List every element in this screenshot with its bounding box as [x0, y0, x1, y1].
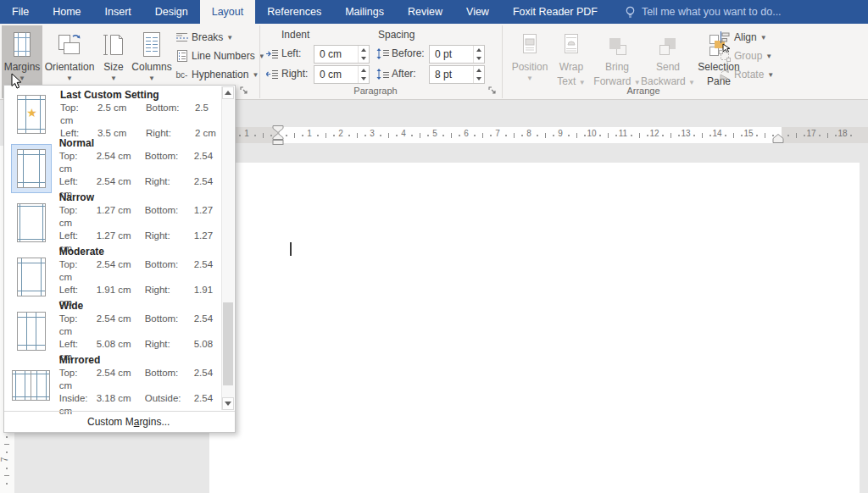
margins-option-moderate[interactable]: Moderate Top:2.54 cmBottom:2.54 cm Left:…: [4, 250, 220, 304]
spacing-after-value[interactable]: 8 pt: [430, 66, 473, 83]
indent-right-up[interactable]: [359, 66, 369, 75]
spacing-before-icon: [376, 47, 389, 63]
orientation-label: Orientation: [45, 61, 95, 73]
breaks-button[interactable]: Breaks ▼: [175, 29, 233, 46]
orientation-icon: [57, 28, 82, 58]
scroll-up-button[interactable]: [222, 86, 234, 99]
group-separator: [502, 25, 503, 98]
position-dropdown-arrow: ▼: [526, 75, 533, 82]
group-dropdown-arrow: ▼: [765, 53, 772, 60]
indent-right-icon: [266, 68, 279, 83]
indent-right-value[interactable]: 0 cm: [314, 66, 358, 83]
align-button[interactable]: Align ▼: [717, 29, 767, 46]
line-numbers-button[interactable]: Line Numbers ▼: [175, 47, 265, 64]
right-indent-marker[interactable]: [772, 134, 784, 143]
tab-design[interactable]: Design: [143, 0, 200, 24]
ruler-tick: [850, 135, 852, 136]
ruler-tick: [514, 133, 515, 138]
margins-option-last-custom-setting[interactable]: ★ Last Custom Setting Top:2.5 cmBottom:2…: [4, 87, 220, 141]
tab-view[interactable]: View: [454, 0, 501, 24]
hyphenation-dropdown-arrow: ▼: [252, 71, 259, 79]
ruler-tick: [6, 468, 8, 469]
ruler-number: 12: [649, 129, 659, 138]
ruler-number: 7: [495, 129, 500, 138]
group-label: Group: [734, 50, 762, 62]
ruler-tick: [647, 135, 648, 136]
scrollbar-thumb[interactable]: [223, 302, 233, 385]
arrange-group: Position ▼ Wrap Text ▼: [504, 24, 868, 100]
indent-markers[interactable]: [272, 125, 284, 145]
tab-references[interactable]: References: [255, 0, 333, 24]
rotate-label: Rotate: [734, 69, 764, 80]
dropdown-scrollbar[interactable]: [221, 86, 234, 410]
breaks-dropdown-arrow: ▼: [226, 34, 233, 42]
align-label: Align: [734, 31, 757, 43]
margins-option-narrow[interactable]: Narrow Top:1.27 cmBottom:1.27 cm Left:1.…: [4, 196, 220, 250]
rotate-dropdown-arrow: ▼: [767, 71, 774, 79]
ruler-tick: [388, 133, 389, 138]
indent-left-up[interactable]: [359, 46, 369, 54]
margins-option-normal[interactable]: Normal Top:2.54 cmBottom:2.54 cm Left:2.…: [4, 141, 220, 196]
hyphenation-button[interactable]: bc- Hyphenation ▼: [175, 66, 259, 83]
ruler-tick: [263, 133, 264, 138]
ruler-tick: [505, 135, 507, 136]
spacing-before-up[interactable]: [474, 46, 484, 54]
ruler-tick: [631, 135, 632, 136]
spacing-before-spinner[interactable]: 0 pt: [429, 45, 485, 64]
ruler-number: 11: [619, 129, 627, 138]
margin-option-row: Top:1.27 cmBottom:1.27 cm: [59, 204, 220, 230]
spacing-after-up[interactable]: [474, 66, 484, 75]
margins-option-mirrored[interactable]: Mirrored Top:2.54 cmBottom:2.54 cm Insid…: [4, 358, 220, 413]
scroll-down-button[interactable]: [222, 397, 234, 410]
ruler-tick: [693, 135, 695, 136]
spacing-after-spinner[interactable]: 8 pt: [429, 65, 485, 84]
bring-forward-icon: [605, 28, 629, 58]
margins-dropdown-menu: ★ Last Custom Setting Top:2.5 cmBottom:2…: [3, 85, 236, 433]
tab-layout[interactable]: Layout: [200, 0, 256, 24]
ruler-number: 17: [806, 129, 815, 138]
ruler-tick: [796, 133, 797, 138]
spacing-after-icon: [376, 68, 389, 83]
ruler-tick: [576, 133, 577, 138]
columns-icon: [140, 28, 164, 58]
ruler-tick: [396, 135, 398, 136]
tab-mailings[interactable]: Mailings: [333, 0, 396, 24]
custom-margins-menu-item[interactable]: Custom Margins...: [4, 411, 235, 432]
spacing-before-down[interactable]: [474, 54, 484, 63]
rotate-button: Rotate ▼: [717, 66, 774, 83]
ruler-tick: [317, 135, 319, 136]
indent-right-spinner[interactable]: 0 cm: [314, 65, 370, 84]
tab-home[interactable]: Home: [41, 0, 92, 24]
margins-option-wide[interactable]: Wide Top:2.54 cmBottom:2.54 cm Left:5.08…: [4, 304, 220, 358]
spacing-after-down[interactable]: [474, 75, 484, 83]
indent-left-down[interactable]: [359, 54, 369, 63]
ruler-right-margin-area: [782, 127, 868, 143]
indent-right-down[interactable]: [359, 75, 369, 83]
indent-left-value[interactable]: 0 cm: [314, 46, 358, 63]
tab-file[interactable]: File: [0, 0, 41, 24]
margin-thumbnail: [11, 198, 52, 247]
margin-option-title: Last Custom Setting: [60, 89, 220, 102]
spacing-before-value[interactable]: 0 pt: [430, 46, 473, 63]
arrange-group-label: Arrange: [537, 86, 749, 96]
ruler-number: 3: [370, 129, 375, 138]
tell-me-box[interactable]: Tell me what you want to do...: [625, 0, 782, 24]
page-setup-dialog-launcher[interactable]: [240, 84, 250, 94]
paragraph-dialog-launcher[interactable]: [488, 84, 498, 94]
ruler-number: 8: [526, 129, 531, 138]
tab-insert[interactable]: Insert: [93, 0, 143, 24]
tab-review[interactable]: Review: [396, 0, 454, 24]
ruler-tick: [599, 135, 601, 136]
ruler-tick: [545, 133, 546, 138]
ruler-tick: [733, 133, 734, 138]
group-separator: [259, 25, 260, 98]
tab-foxit-reader-pdf[interactable]: Foxit Reader PDF: [501, 0, 609, 24]
scroll-up-icon: [225, 91, 231, 95]
ruler-tick: [326, 133, 326, 138]
ruler-tick: [827, 133, 828, 138]
ruler-tick: [427, 135, 429, 136]
mouse-cursor: [11, 73, 23, 90]
indent-left-spinner[interactable]: 0 cm: [314, 45, 370, 64]
margin-option-row: Top:2.54 cmBottom:2.54 cm: [59, 150, 220, 175]
document-page[interactable]: [209, 163, 860, 493]
